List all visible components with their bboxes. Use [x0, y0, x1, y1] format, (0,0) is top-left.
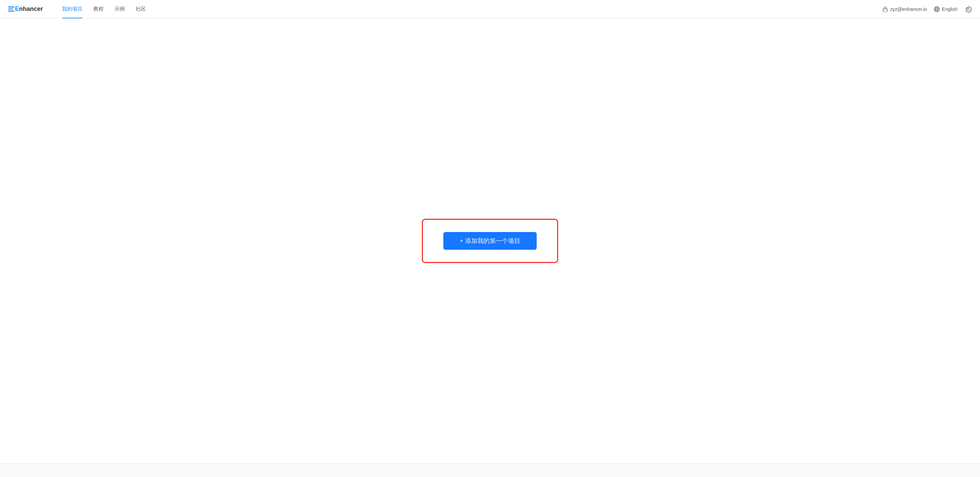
navbar: Enhancer 我的项目 教程 示例 社区 zyz@enhancer.io: [0, 0, 980, 18]
footer: [0, 463, 980, 477]
empty-state-container: + 添加我的第一个项目: [422, 219, 558, 263]
lock-icon: [883, 6, 888, 12]
language-text: English: [942, 6, 958, 12]
nav-items: 我的项目 教程 示例 社区: [57, 0, 883, 18]
nav-item-community[interactable]: 社区: [130, 0, 151, 18]
red-highlight-box: + 添加我的第一个项目: [422, 219, 558, 263]
nav-item-tutorials[interactable]: 教程: [88, 0, 109, 18]
globe-icon: [934, 6, 940, 12]
add-first-project-button[interactable]: + 添加我的第一个项目: [443, 232, 537, 250]
logo-icon: [8, 6, 14, 11]
svg-rect-0: [883, 9, 887, 12]
nav-item-my-projects[interactable]: 我的项目: [57, 0, 88, 18]
logo[interactable]: Enhancer: [8, 5, 43, 13]
navbar-right: zyz@enhancer.io English: [883, 5, 972, 13]
user-email[interactable]: zyz@enhancer.io: [883, 6, 927, 12]
user-email-text: zyz@enhancer.io: [890, 6, 927, 12]
main-content: + 添加我的第一个项目: [0, 18, 980, 463]
language-switcher[interactable]: English: [934, 6, 958, 12]
nav-item-examples[interactable]: 示例: [109, 0, 130, 18]
settings-icon[interactable]: [964, 5, 972, 13]
logo-text: Enhancer: [15, 5, 43, 13]
